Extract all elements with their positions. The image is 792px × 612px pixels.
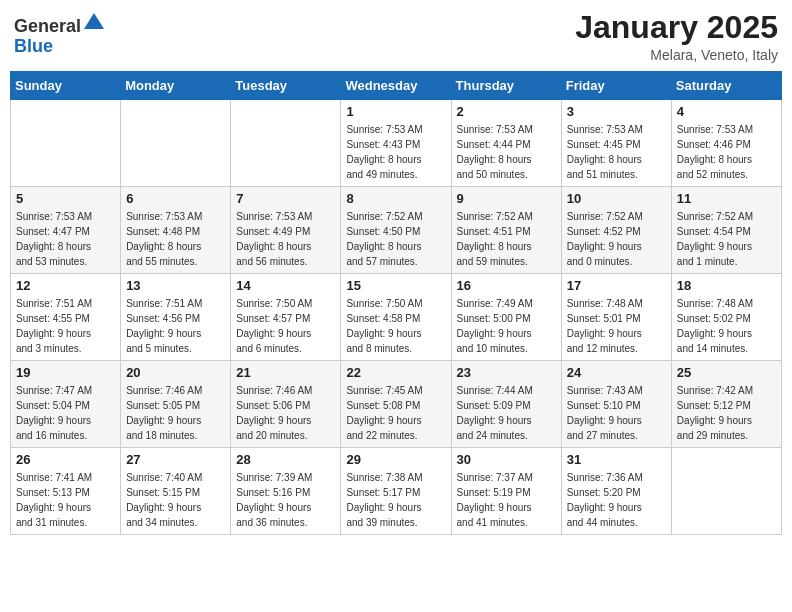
day-number: 10 xyxy=(567,191,666,206)
day-info: Sunrise: 7:53 AM Sunset: 4:49 PM Dayligh… xyxy=(236,209,335,269)
day-info: Sunrise: 7:52 AM Sunset: 4:50 PM Dayligh… xyxy=(346,209,445,269)
day-number: 22 xyxy=(346,365,445,380)
day-number: 25 xyxy=(677,365,776,380)
day-number: 6 xyxy=(126,191,225,206)
svg-marker-0 xyxy=(84,13,104,29)
day-info: Sunrise: 7:50 AM Sunset: 4:57 PM Dayligh… xyxy=(236,296,335,356)
calendar-cell xyxy=(231,100,341,187)
day-number: 1 xyxy=(346,104,445,119)
day-info: Sunrise: 7:50 AM Sunset: 4:58 PM Dayligh… xyxy=(346,296,445,356)
logo-general: General xyxy=(14,16,81,36)
calendar-cell: 28Sunrise: 7:39 AM Sunset: 5:16 PM Dayli… xyxy=(231,448,341,535)
calendar-week-row: 19Sunrise: 7:47 AM Sunset: 5:04 PM Dayli… xyxy=(11,361,782,448)
day-number: 3 xyxy=(567,104,666,119)
day-info: Sunrise: 7:46 AM Sunset: 5:05 PM Dayligh… xyxy=(126,383,225,443)
calendar-week-row: 12Sunrise: 7:51 AM Sunset: 4:55 PM Dayli… xyxy=(11,274,782,361)
day-info: Sunrise: 7:41 AM Sunset: 5:13 PM Dayligh… xyxy=(16,470,115,530)
day-number: 2 xyxy=(457,104,556,119)
weekday-header: Tuesday xyxy=(231,72,341,100)
day-number: 28 xyxy=(236,452,335,467)
calendar-cell: 9Sunrise: 7:52 AM Sunset: 4:51 PM Daylig… xyxy=(451,187,561,274)
calendar-cell: 15Sunrise: 7:50 AM Sunset: 4:58 PM Dayli… xyxy=(341,274,451,361)
calendar-cell: 12Sunrise: 7:51 AM Sunset: 4:55 PM Dayli… xyxy=(11,274,121,361)
day-info: Sunrise: 7:39 AM Sunset: 5:16 PM Dayligh… xyxy=(236,470,335,530)
day-info: Sunrise: 7:52 AM Sunset: 4:52 PM Dayligh… xyxy=(567,209,666,269)
calendar-cell: 31Sunrise: 7:36 AM Sunset: 5:20 PM Dayli… xyxy=(561,448,671,535)
calendar-cell: 21Sunrise: 7:46 AM Sunset: 5:06 PM Dayli… xyxy=(231,361,341,448)
calendar-cell: 3Sunrise: 7:53 AM Sunset: 4:45 PM Daylig… xyxy=(561,100,671,187)
page-header: General Blue January 2025 Melara, Veneto… xyxy=(10,10,782,63)
day-info: Sunrise: 7:46 AM Sunset: 5:06 PM Dayligh… xyxy=(236,383,335,443)
calendar-cell: 30Sunrise: 7:37 AM Sunset: 5:19 PM Dayli… xyxy=(451,448,561,535)
calendar-cell: 26Sunrise: 7:41 AM Sunset: 5:13 PM Dayli… xyxy=(11,448,121,535)
weekday-header: Wednesday xyxy=(341,72,451,100)
day-number: 27 xyxy=(126,452,225,467)
calendar-cell: 6Sunrise: 7:53 AM Sunset: 4:48 PM Daylig… xyxy=(121,187,231,274)
day-number: 9 xyxy=(457,191,556,206)
day-info: Sunrise: 7:52 AM Sunset: 4:51 PM Dayligh… xyxy=(457,209,556,269)
day-info: Sunrise: 7:53 AM Sunset: 4:46 PM Dayligh… xyxy=(677,122,776,182)
day-info: Sunrise: 7:53 AM Sunset: 4:47 PM Dayligh… xyxy=(16,209,115,269)
calendar-cell: 5Sunrise: 7:53 AM Sunset: 4:47 PM Daylig… xyxy=(11,187,121,274)
calendar-week-row: 1Sunrise: 7:53 AM Sunset: 4:43 PM Daylig… xyxy=(11,100,782,187)
day-info: Sunrise: 7:48 AM Sunset: 5:02 PM Dayligh… xyxy=(677,296,776,356)
day-info: Sunrise: 7:44 AM Sunset: 5:09 PM Dayligh… xyxy=(457,383,556,443)
day-info: Sunrise: 7:45 AM Sunset: 5:08 PM Dayligh… xyxy=(346,383,445,443)
day-number: 4 xyxy=(677,104,776,119)
calendar-week-row: 5Sunrise: 7:53 AM Sunset: 4:47 PM Daylig… xyxy=(11,187,782,274)
day-number: 21 xyxy=(236,365,335,380)
calendar-cell: 13Sunrise: 7:51 AM Sunset: 4:56 PM Dayli… xyxy=(121,274,231,361)
day-info: Sunrise: 7:49 AM Sunset: 5:00 PM Dayligh… xyxy=(457,296,556,356)
day-number: 19 xyxy=(16,365,115,380)
weekday-header: Saturday xyxy=(671,72,781,100)
day-info: Sunrise: 7:53 AM Sunset: 4:48 PM Dayligh… xyxy=(126,209,225,269)
day-number: 29 xyxy=(346,452,445,467)
day-number: 5 xyxy=(16,191,115,206)
weekday-header-row: SundayMondayTuesdayWednesdayThursdayFrid… xyxy=(11,72,782,100)
day-number: 18 xyxy=(677,278,776,293)
day-number: 26 xyxy=(16,452,115,467)
calendar-cell xyxy=(11,100,121,187)
day-number: 15 xyxy=(346,278,445,293)
title-block: January 2025 Melara, Veneto, Italy xyxy=(575,10,778,63)
calendar-cell: 22Sunrise: 7:45 AM Sunset: 5:08 PM Dayli… xyxy=(341,361,451,448)
day-info: Sunrise: 7:37 AM Sunset: 5:19 PM Dayligh… xyxy=(457,470,556,530)
calendar-cell: 27Sunrise: 7:40 AM Sunset: 5:15 PM Dayli… xyxy=(121,448,231,535)
logo-blue: Blue xyxy=(14,36,53,56)
calendar-cell: 23Sunrise: 7:44 AM Sunset: 5:09 PM Dayli… xyxy=(451,361,561,448)
day-number: 31 xyxy=(567,452,666,467)
day-info: Sunrise: 7:53 AM Sunset: 4:43 PM Dayligh… xyxy=(346,122,445,182)
calendar-cell: 24Sunrise: 7:43 AM Sunset: 5:10 PM Dayli… xyxy=(561,361,671,448)
day-info: Sunrise: 7:42 AM Sunset: 5:12 PM Dayligh… xyxy=(677,383,776,443)
day-number: 23 xyxy=(457,365,556,380)
day-info: Sunrise: 7:51 AM Sunset: 4:56 PM Dayligh… xyxy=(126,296,225,356)
day-number: 30 xyxy=(457,452,556,467)
day-number: 20 xyxy=(126,365,225,380)
day-info: Sunrise: 7:36 AM Sunset: 5:20 PM Dayligh… xyxy=(567,470,666,530)
day-info: Sunrise: 7:40 AM Sunset: 5:15 PM Dayligh… xyxy=(126,470,225,530)
calendar-cell: 18Sunrise: 7:48 AM Sunset: 5:02 PM Dayli… xyxy=(671,274,781,361)
day-info: Sunrise: 7:53 AM Sunset: 4:44 PM Dayligh… xyxy=(457,122,556,182)
day-number: 7 xyxy=(236,191,335,206)
calendar-cell: 17Sunrise: 7:48 AM Sunset: 5:01 PM Dayli… xyxy=(561,274,671,361)
day-number: 16 xyxy=(457,278,556,293)
weekday-header: Friday xyxy=(561,72,671,100)
day-number: 12 xyxy=(16,278,115,293)
day-number: 14 xyxy=(236,278,335,293)
calendar-cell: 29Sunrise: 7:38 AM Sunset: 5:17 PM Dayli… xyxy=(341,448,451,535)
calendar-cell: 8Sunrise: 7:52 AM Sunset: 4:50 PM Daylig… xyxy=(341,187,451,274)
calendar-cell: 25Sunrise: 7:42 AM Sunset: 5:12 PM Dayli… xyxy=(671,361,781,448)
calendar-cell: 7Sunrise: 7:53 AM Sunset: 4:49 PM Daylig… xyxy=(231,187,341,274)
calendar-subtitle: Melara, Veneto, Italy xyxy=(575,47,778,63)
day-info: Sunrise: 7:51 AM Sunset: 4:55 PM Dayligh… xyxy=(16,296,115,356)
calendar-cell: 20Sunrise: 7:46 AM Sunset: 5:05 PM Dayli… xyxy=(121,361,231,448)
day-number: 17 xyxy=(567,278,666,293)
logo: General Blue xyxy=(14,10,105,57)
calendar-title: January 2025 xyxy=(575,10,778,45)
day-info: Sunrise: 7:48 AM Sunset: 5:01 PM Dayligh… xyxy=(567,296,666,356)
logo-text: General Blue xyxy=(14,10,105,57)
calendar-cell: 16Sunrise: 7:49 AM Sunset: 5:00 PM Dayli… xyxy=(451,274,561,361)
calendar-cell: 10Sunrise: 7:52 AM Sunset: 4:52 PM Dayli… xyxy=(561,187,671,274)
calendar-cell xyxy=(671,448,781,535)
calendar-cell xyxy=(121,100,231,187)
